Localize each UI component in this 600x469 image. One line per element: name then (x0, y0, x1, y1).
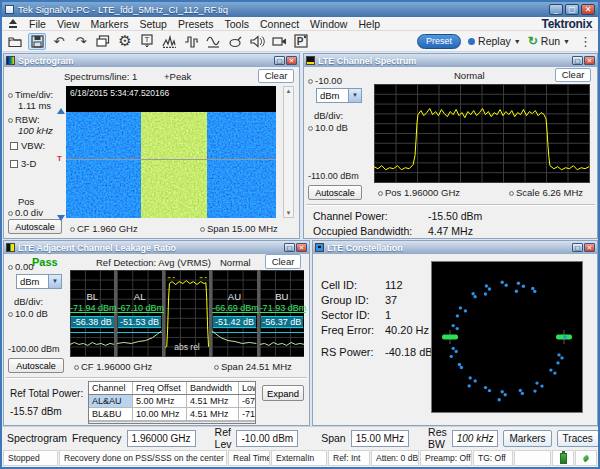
spectrogram-cf-value[interactable]: 1.960 GHz (92, 223, 137, 234)
ref-level-value[interactable]: -10.00 (315, 75, 342, 86)
close-icon[interactable]: ✕ (581, 4, 595, 15)
video-capture-icon[interactable] (270, 33, 288, 50)
spectrogram-trace-marker-line[interactable] (66, 159, 276, 160)
three-d-checkbox[interactable] (10, 160, 18, 168)
aclr-clear-button[interactable]: Clear (265, 254, 301, 269)
pos-value[interactable]: 0.0 div (15, 207, 43, 218)
run-button[interactable]: ↻ Run ▼ (528, 34, 570, 48)
amplitude-vs-time-icon[interactable] (182, 33, 200, 50)
channel-spectrum-trace-mode[interactable]: Normal (454, 70, 485, 81)
aclr-header[interactable]: LTE Adjacent Channel Leakage Ratio ▢✕ (4, 241, 309, 254)
channel-spectrum-close-icon[interactable]: ✕ (584, 56, 595, 65)
spectrogram-clear-button[interactable]: Clear (258, 69, 294, 83)
ref-level-knob-icon[interactable] (308, 79, 313, 84)
constellation-restore-icon[interactable]: ▢ (572, 243, 583, 252)
frequency-field[interactable]: 1.96000 GHz (127, 430, 196, 447)
cs-scale-value[interactable]: 6.26 MHz (542, 187, 583, 198)
save-icon[interactable] (28, 33, 46, 50)
channel-spectrum-clear-button[interactable]: Clear (555, 68, 591, 82)
spectrum-display-icon[interactable] (160, 33, 178, 50)
scroll-right-icon[interactable]: ▶ (244, 424, 255, 425)
draw-marker-icon[interactable] (226, 33, 244, 50)
time-div-value[interactable]: 1.11 ms (18, 100, 51, 111)
run-dropdown-icon[interactable]: ▼ (563, 38, 570, 45)
channel-spectrum-autoscale-button[interactable]: Autoscale (308, 185, 362, 200)
abs-rel-label[interactable]: abs rel (165, 342, 209, 352)
menu-window[interactable]: Window (310, 18, 347, 30)
aclr-close-icon[interactable]: ✕ (296, 243, 307, 252)
table-row[interactable]: AL&AU 5.00 MHz 4.51 MHz -67.10 dB (89, 395, 255, 408)
aclr-db-div-value[interactable]: 10.0 dB (15, 308, 48, 319)
preset-button[interactable]: Preset (417, 34, 461, 49)
overflow-menu-icon[interactable]: ⋮ (579, 34, 592, 49)
cf-knob-icon[interactable] (70, 227, 75, 232)
audio-demod-icon[interactable] (248, 33, 266, 50)
unit-dropdown-icon[interactable]: ▼ (348, 89, 361, 102)
aclr-cf-knob-icon[interactable] (74, 365, 79, 370)
spectrogram-span-value[interactable]: 15.00 MHz (232, 223, 278, 234)
traces-button[interactable]: Traces (557, 430, 599, 447)
db-div-knob-icon[interactable] (308, 126, 313, 131)
menu-file[interactable]: File (29, 18, 46, 30)
trigger-icon[interactable]: T (138, 33, 156, 50)
pos-knob2-icon[interactable] (378, 191, 383, 196)
scale-knob-icon[interactable] (509, 191, 514, 196)
aclr-span-knob-icon[interactable] (214, 365, 219, 370)
redo-icon[interactable]: ↷ (72, 33, 90, 50)
arrange-displays-icon[interactable] (94, 33, 112, 50)
constellation-close-icon[interactable]: ✕ (584, 243, 595, 252)
replay-button[interactable]: Replay ▼ (468, 35, 521, 47)
aclr-autoscale-button[interactable]: Autoscale (8, 358, 64, 373)
spectrogram-scrollbar[interactable]: ▲▼ (283, 86, 294, 218)
aclr-span-value[interactable]: 24.51 MHz (246, 361, 292, 372)
aclr-results-table[interactable]: Channel Freq Offset Bandwidth Lower A AL… (88, 381, 256, 424)
aclr-ref-level[interactable]: 0.00 (15, 261, 34, 272)
span-knob-icon[interactable] (200, 227, 205, 232)
table-row[interactable]: BL&BU 10.00 MHz 4.51 MHz -71.94 dB (89, 408, 255, 421)
db-div-value[interactable]: 10.0 dB (315, 122, 348, 133)
table-scrollbar[interactable]: ◀ ▶ (89, 421, 255, 424)
menu-view[interactable]: View (57, 18, 80, 30)
detection-mode[interactable]: +Peak (164, 71, 191, 82)
open-file-icon[interactable] (6, 33, 24, 50)
res-bw-field[interactable]: 100 kHz (452, 430, 499, 447)
bottom-position-arrow-icon[interactable] (57, 215, 65, 221)
cs-pos-value[interactable]: 1.96000 GHz (404, 187, 460, 198)
spectrogram-restore-icon[interactable]: ▢ (274, 56, 285, 65)
aclr-db-div-knob-icon[interactable] (8, 312, 13, 317)
menu-tools[interactable]: Tools (224, 18, 249, 30)
maximize-icon[interactable]: ▢ (565, 4, 579, 15)
top-position-arrow-icon[interactable] (57, 108, 65, 114)
aclr-restore-icon[interactable]: ▢ (284, 243, 295, 252)
undo-icon[interactable]: ↶ (50, 33, 68, 50)
channel-spectrum-chart[interactable] (374, 84, 590, 183)
vbw-checkbox[interactable] (10, 142, 18, 150)
trace-position-marker[interactable]: T (57, 154, 62, 163)
user-preset-icon[interactable]: P (292, 33, 310, 50)
rbw-knob-icon[interactable] (8, 118, 13, 123)
aclr-chart[interactable]: BL -71.94 dBm -56.38 dB AL -67.10 dBm -5… (70, 270, 304, 357)
rbw-value[interactable]: 100 kHz (18, 125, 53, 136)
ref-lev-field[interactable]: -10.00 dBm (236, 430, 298, 447)
aclr-trace-mode[interactable]: Normal (220, 257, 251, 268)
replay-dropdown-icon[interactable]: ▼ (514, 38, 521, 45)
aclr-cf-value[interactable]: 1.96000 GHz (96, 361, 152, 372)
time-div-knob-icon[interactable] (8, 93, 13, 98)
menu-connect[interactable]: Connect (260, 18, 299, 30)
span-field[interactable]: 15.00 MHz (351, 430, 409, 447)
aclr-ref-knob-icon[interactable] (8, 265, 13, 270)
minimize-icon[interactable]: _ (549, 4, 563, 15)
menu-help[interactable]: Help (358, 18, 380, 30)
spectrogram-header[interactable]: Spectrogram ▢✕ (4, 54, 299, 67)
spectrogram-close-icon[interactable]: ✕ (286, 56, 297, 65)
expand-button[interactable]: Expand (262, 385, 304, 401)
spectrums-per-line[interactable]: Spectrums/line: 1 (64, 71, 137, 82)
settings-gear-icon[interactable]: ⚙ (116, 33, 134, 50)
aclr-ref-detection[interactable]: Ref Detection: Avg (VRMS) (96, 257, 211, 268)
markers-button[interactable]: Markers (503, 430, 551, 447)
scroll-thumb[interactable] (102, 424, 192, 425)
scroll-left-icon[interactable]: ◀ (89, 424, 100, 425)
eject-icon[interactable] (8, 19, 18, 28)
constellation-plot[interactable] (431, 261, 583, 413)
menu-markers[interactable]: Markers (91, 18, 129, 30)
